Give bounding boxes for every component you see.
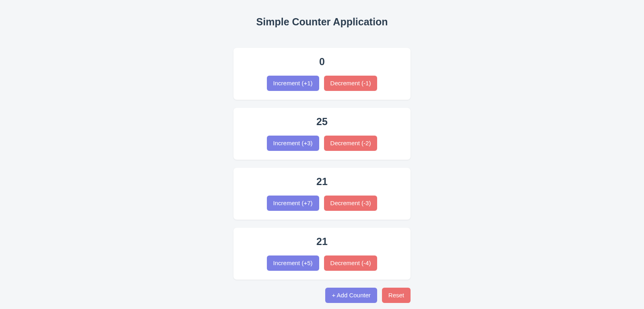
decrement-button[interactable]: Decrement (-1) [324, 76, 378, 91]
decrement-button[interactable]: Decrement (-2) [324, 136, 378, 151]
counter-card: 21 Increment (+7) Decrement (-3) [233, 168, 411, 220]
counter-button-row: Increment (+3) Decrement (-2) [242, 136, 402, 151]
decrement-button[interactable]: Decrement (-4) [324, 255, 378, 271]
counter-value: 0 [242, 56, 402, 68]
decrement-button[interactable]: Decrement (-3) [324, 196, 378, 211]
counter-value: 21 [242, 236, 402, 247]
counter-value: 21 [242, 176, 402, 187]
increment-button[interactable]: Increment (+3) [267, 136, 319, 151]
add-counter-button[interactable]: + Add Counter [325, 288, 377, 303]
counter-button-row: Increment (+1) Decrement (-1) [242, 76, 402, 91]
increment-button[interactable]: Increment (+5) [267, 255, 319, 271]
app-container: Simple Counter Application 0 Increment (… [233, 0, 411, 303]
increment-button[interactable]: Increment (+7) [267, 196, 319, 211]
footer-actions: + Add Counter Reset [233, 288, 411, 303]
counter-value: 25 [242, 116, 402, 128]
counter-card: 25 Increment (+3) Decrement (-2) [233, 108, 411, 160]
counter-card: 21 Increment (+5) Decrement (-4) [233, 228, 411, 280]
increment-button[interactable]: Increment (+1) [267, 76, 319, 91]
reset-button[interactable]: Reset [382, 288, 411, 303]
counter-button-row: Increment (+7) Decrement (-3) [242, 196, 402, 211]
page-title: Simple Counter Application [233, 16, 411, 28]
counter-card: 0 Increment (+1) Decrement (-1) [233, 48, 411, 100]
counter-button-row: Increment (+5) Decrement (-4) [242, 255, 402, 271]
